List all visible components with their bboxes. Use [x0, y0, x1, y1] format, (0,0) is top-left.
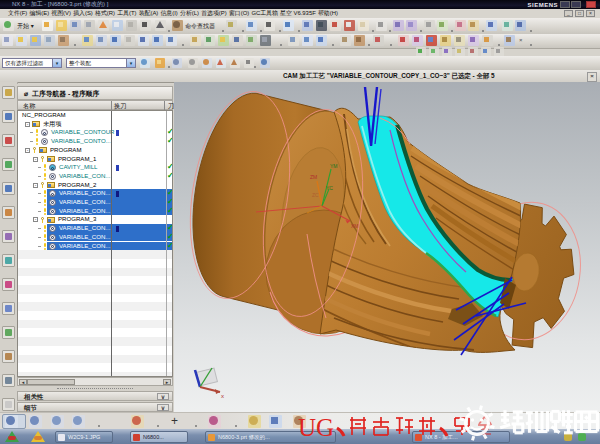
svg-text:UG: UG: [298, 414, 334, 441]
